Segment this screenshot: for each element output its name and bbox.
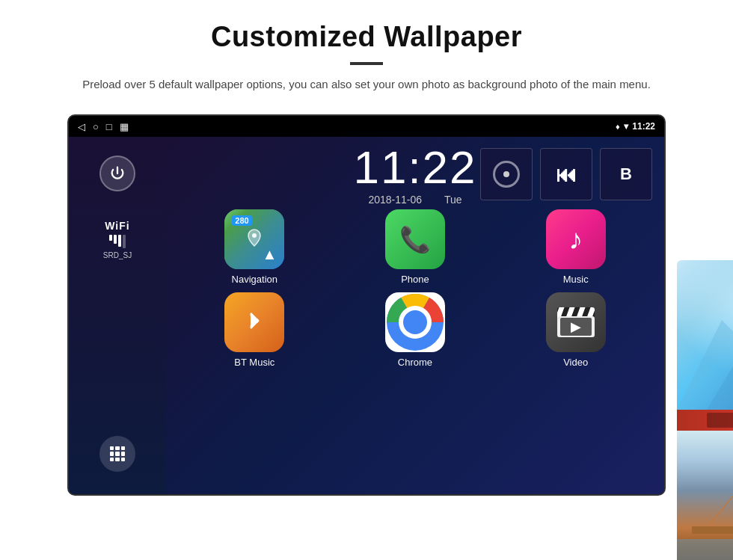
- phone-app-label: Phone: [401, 274, 429, 285]
- wallpaper-bridge[interactable]: CarSetting: [677, 431, 733, 560]
- screenshot-icon[interactable]: ▦: [120, 121, 129, 132]
- location-icon: ⬧: [615, 121, 620, 132]
- wifi-bars: [103, 235, 132, 248]
- nav-app-label: Navigation: [232, 274, 277, 285]
- nav-arrow-icon: ▲: [263, 246, 277, 263]
- nav-map-inner: 280 ▲: [224, 209, 284, 269]
- signal-icon-box: [480, 148, 533, 200]
- svg-rect-15: [692, 526, 733, 534]
- clapper-icon: ▶: [557, 307, 595, 337]
- nav-badge: 280: [232, 215, 251, 226]
- app-item-navigation[interactable]: 280 ▲ Navigation: [178, 209, 331, 285]
- phone-icon: 📞: [399, 224, 431, 254]
- wallpaper-ice[interactable]: [677, 260, 733, 410]
- device-wrapper: ◁ ○ □ ▦ ⬧ ▾ 11:22: [67, 114, 666, 496]
- wifi-status-icon: ▾: [624, 121, 628, 132]
- status-bar: ◁ ○ □ ▦ ⬧ ▾ 11:22: [69, 116, 664, 137]
- app-item-chrome[interactable]: Chrome: [339, 292, 492, 368]
- chrome-svg-icon: [385, 292, 445, 352]
- wifi-ssid: SRD_SJ: [103, 251, 132, 259]
- bt-music-app-label: BT Music: [234, 357, 275, 368]
- power-button[interactable]: [99, 156, 135, 191]
- media-b-icon: B: [620, 164, 632, 184]
- status-icons: ⬧ ▾ 11:22: [615, 121, 655, 132]
- screen-body: WiFi SRD_SJ: [69, 137, 664, 494]
- video-app-icon: ▶: [546, 292, 606, 352]
- app-item-phone[interactable]: 📞 Phone: [339, 209, 492, 285]
- signal-circle-icon: [493, 161, 520, 188]
- music-app-icon: ♪: [546, 209, 606, 269]
- wifi-bar-2: [114, 235, 117, 244]
- skip-icon: ⏮: [556, 162, 577, 187]
- sidebar: WiFi SRD_SJ: [69, 137, 166, 494]
- app-item-music[interactable]: ♪ Music: [499, 209, 652, 285]
- back-icon[interactable]: ◁: [78, 121, 85, 132]
- media-letter-box[interactable]: B: [600, 148, 652, 200]
- clock-date-value: 2018-11-06: [368, 194, 422, 206]
- clapper-bottom: ▶: [557, 316, 595, 337]
- app-item-bt-music[interactable]: BT Music: [178, 292, 331, 368]
- header: Customized Wallpaper Preload over 5 defa…: [0, 0, 733, 107]
- device-frame: ◁ ○ □ ▦ ⬧ ▾ 11:22: [67, 114, 666, 496]
- wifi-label: WiFi: [103, 220, 132, 232]
- signal-dot: [503, 171, 509, 177]
- music-note-icon: ♪: [568, 224, 583, 256]
- screen-main: 11:22 2018-11-06 Tue: [166, 137, 664, 494]
- wallpaper-device-strip: [677, 410, 733, 431]
- app-item-video[interactable]: ▶ Video: [499, 292, 652, 368]
- nav-app-icon: 280 ▲: [224, 209, 284, 269]
- title-divider: [350, 62, 383, 65]
- home-icon[interactable]: ○: [93, 121, 99, 132]
- chrome-app-icon: [385, 292, 445, 352]
- wifi-bar-4: [123, 235, 126, 248]
- ice-svg: [677, 260, 733, 410]
- music-app-label: Music: [563, 274, 589, 285]
- video-app-label: Video: [563, 357, 588, 368]
- app-grid: 280 ▲ Navigation: [178, 209, 652, 368]
- recents-icon[interactable]: □: [106, 121, 112, 132]
- apps-button[interactable]: [99, 436, 135, 472]
- svg-rect-16: [677, 539, 733, 560]
- power-icon: [109, 165, 126, 182]
- grid-icon: [110, 446, 125, 461]
- wifi-bar-3: [118, 235, 121, 247]
- media-skip-box[interactable]: ⏮: [540, 148, 592, 200]
- svg-point-3: [403, 310, 427, 334]
- chrome-app-label: Chrome: [398, 357, 432, 368]
- bt-app-icon: [224, 292, 284, 352]
- nav-buttons: ◁ ○ □ ▦: [78, 121, 129, 132]
- wallpaper-panels: CarSetting: [677, 260, 733, 560]
- page-title: Customized Wallpaper: [45, 21, 688, 53]
- wifi-section: WiFi SRD_SJ: [103, 220, 132, 259]
- header-description: Preload over 5 default wallpaper options…: [45, 76, 688, 93]
- svg-point-0: [252, 233, 257, 238]
- status-time: 11:22: [632, 121, 655, 132]
- clock-day: Tue: [444, 194, 462, 206]
- main-content: ◁ ○ □ ▦ ⬧ ▾ 11:22: [0, 107, 733, 496]
- phone-app-icon: 📞: [385, 209, 445, 269]
- wifi-bar-1: [109, 235, 112, 241]
- bluetooth-icon: [240, 306, 269, 339]
- bridge-svg: [677, 431, 733, 560]
